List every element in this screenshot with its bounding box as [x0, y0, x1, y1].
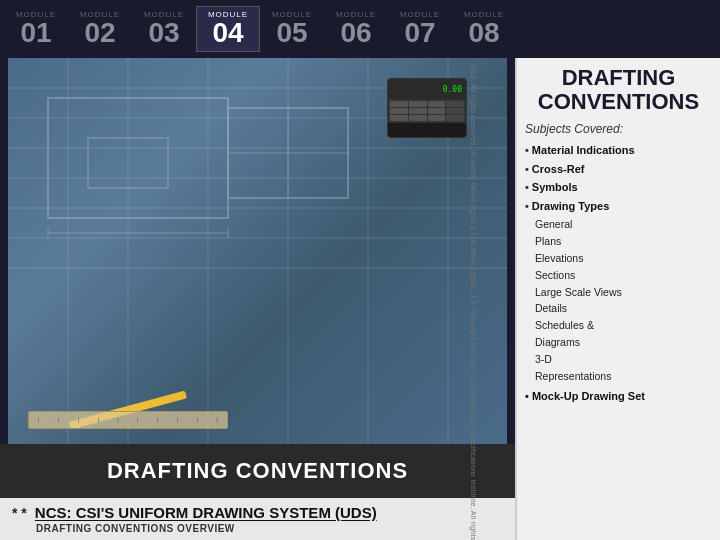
- blueprint-bg: 0.00: [8, 58, 507, 444]
- left-panel: 0.00: [0, 58, 515, 540]
- module-03[interactable]: MODULE 03: [132, 11, 196, 47]
- module-05[interactable]: MODULE 05: [260, 11, 324, 47]
- module-03-number: 03: [148, 17, 179, 48]
- bottom-bar: * * NCS: CSI'S UNIFORM DRAWING SYSTEM (U…: [0, 498, 515, 540]
- symbols-label: Symbols: [532, 179, 578, 196]
- bullet-item-mockup: • Mock-Up Drawing Set: [525, 388, 712, 405]
- module-06[interactable]: MODULE 06: [324, 11, 388, 47]
- module-02[interactable]: MODULE 02: [68, 11, 132, 47]
- main-content: 0.00: [0, 58, 720, 540]
- right-title-line1: DRAFTING: [525, 66, 712, 90]
- calculator: 0.00: [387, 78, 467, 138]
- module-07-number: 07: [404, 17, 435, 48]
- module-strip: MODULE 01 MODULE 02 MODULE 03 MODULE 04 …: [0, 0, 720, 58]
- bullet-4: •: [525, 198, 529, 215]
- main-title: DRAFTING CONVENTIONS: [0, 444, 515, 498]
- bullet-item-material: • Material Indications: [525, 142, 712, 159]
- sub-item-schedules: Schedules &: [535, 317, 712, 334]
- bullet-item-drawing-types: • Drawing Types: [525, 198, 712, 215]
- content-list: • Material Indications • Cross-Ref • Sym…: [525, 142, 712, 406]
- module-08-number: 08: [468, 17, 499, 48]
- bullet-2: •: [525, 161, 529, 178]
- right-panel: DRAFTING CONVENTIONS Subjects Covered: •…: [515, 58, 720, 540]
- module-04[interactable]: MODULE 04: [196, 6, 260, 52]
- module-05-number: 05: [276, 17, 307, 48]
- bottom-asterisks: * * NCS: CSI'S UNIFORM DRAWING SYSTEM (U…: [12, 504, 503, 521]
- module-02-number: 02: [84, 17, 115, 48]
- sub-item-elevations: Elevations: [535, 250, 712, 267]
- right-title-line2: CONVENTIONS: [525, 90, 712, 114]
- module-06-number: 06: [340, 17, 371, 48]
- sub-item-general: General: [535, 216, 712, 233]
- sub-items-list: General Plans Elevations Sections Large …: [535, 216, 712, 384]
- star-icon: * *: [12, 505, 27, 521]
- sub-item-diagrams: Diagrams: [535, 334, 712, 351]
- svg-rect-13: [48, 98, 228, 218]
- bullet-item-symbols: • Symbols: [525, 179, 712, 196]
- bullet-1: •: [525, 142, 529, 159]
- sub-item-3d: 3-D: [535, 351, 712, 368]
- sub-item-details: Details: [535, 300, 712, 317]
- bottom-title: NCS: CSI'S UNIFORM DRAWING SYSTEM (UDS): [35, 504, 377, 521]
- drawing-types-label: Drawing Types: [532, 198, 609, 215]
- module-01[interactable]: MODULE 01: [4, 11, 68, 47]
- bullet-item-crossref: • Cross-Ref: [525, 161, 712, 178]
- mock-up-label: • Mock-Up Drawing Set: [525, 388, 645, 405]
- sub-item-large-scale-views: Large Scale Views: [535, 284, 712, 301]
- sub-item-representations: Representations: [535, 368, 712, 385]
- bullet-3: •: [525, 179, 529, 196]
- ruler: | | | | | | | | | |: [28, 411, 228, 429]
- module-01-number: 01: [20, 17, 51, 48]
- sub-item-plans: Plans: [535, 233, 712, 250]
- blueprint-image: 0.00: [8, 58, 507, 444]
- sub-item-sections: Sections: [535, 267, 712, 284]
- module-07[interactable]: MODULE 07: [388, 11, 452, 47]
- module-08[interactable]: MODULE 08: [452, 11, 516, 47]
- cross-ref-label: Cross-Ref: [532, 161, 585, 178]
- subjects-covered: Subjects Covered:: [525, 122, 712, 136]
- module-04-number: 04: [212, 17, 243, 48]
- copyright-text: © 2016. All rights reserved, including W…: [471, 58, 478, 540]
- right-header: DRAFTING CONVENTIONS: [525, 66, 712, 114]
- material-indications-label: Material Indications: [532, 142, 635, 159]
- bottom-subtitle: DRAFTING CONVENTIONS OVERVIEW: [36, 523, 503, 534]
